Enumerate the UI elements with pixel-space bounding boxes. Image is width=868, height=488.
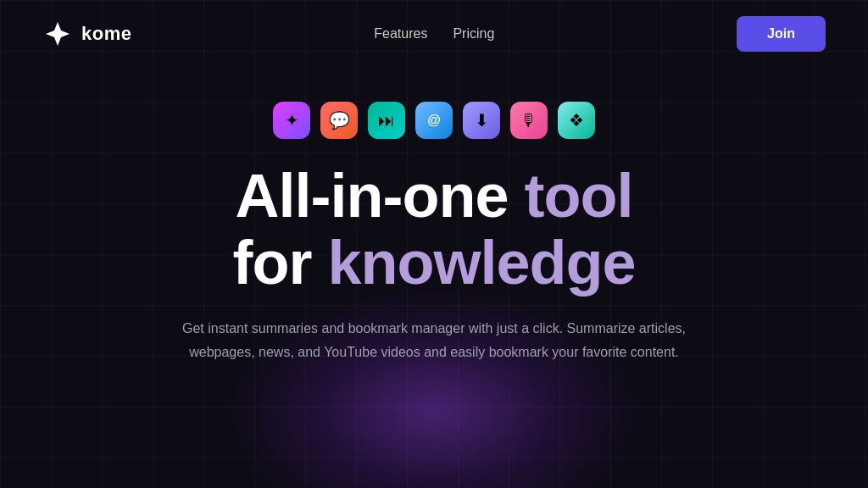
app-icons-row: ✦ 💬 ⏭ @ ⬇ 🎙 ❖ [273,102,595,139]
nav-features[interactable]: Features [374,26,427,42]
title-knowledge: knowledge [327,229,635,297]
logo-text: kome [81,23,131,45]
title-all-in-one: All-in-one [236,162,525,230]
sparkle-icon: ✦ [273,102,310,139]
at-icon: @ [415,102,453,139]
title-for: for [232,229,327,297]
chat-icon: 💬 [320,102,358,139]
title-tool: tool [524,162,632,230]
nav-pricing[interactable]: Pricing [453,26,494,42]
logo-icon [42,19,73,49]
nav-links: Features Pricing [374,26,494,42]
hero-section: ✦ 💬 ⏭ @ ⬇ 🎙 ❖ All-in-one tool for knowle… [0,68,868,363]
mic-icon: 🎙 [510,102,548,139]
hero-subtitle: Get instant summaries and bookmark manag… [154,317,714,363]
navbar: kome Features Pricing Join [0,0,868,68]
down-icon: ⬇ [463,102,500,139]
layers-icon: ❖ [558,102,595,139]
hero-title-line1: All-in-one tool [232,163,635,230]
hero-title: All-in-one tool for knowledge [232,163,635,297]
join-button[interactable]: Join [737,16,826,52]
hero-title-line2: for knowledge [232,230,635,297]
logo[interactable]: kome [42,19,131,49]
forward-icon: ⏭ [368,102,405,139]
